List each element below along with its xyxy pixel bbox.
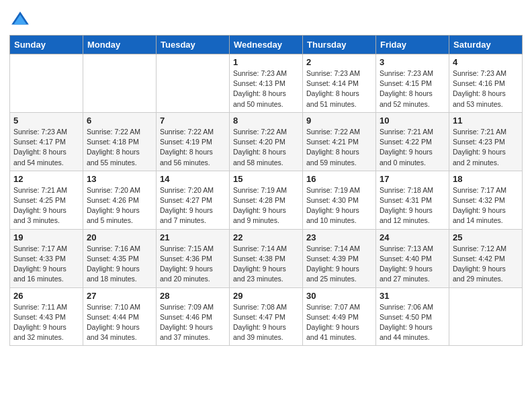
day-number: 7: [160, 116, 226, 126]
day-number: 13: [87, 174, 152, 184]
day-number: 16: [306, 174, 372, 184]
calendar-cell: 27Sunrise: 7:10 AMSunset: 4:44 PMDayligh…: [83, 287, 157, 346]
day-number: 30: [306, 291, 372, 301]
day-info: Sunrise: 7:20 AMSunset: 4:27 PMDaylight:…: [160, 185, 226, 226]
calendar-cell: 21Sunrise: 7:15 AMSunset: 4:36 PMDayligh…: [157, 229, 230, 287]
day-info: Sunrise: 7:23 AMSunset: 4:15 PMDaylight:…: [380, 68, 445, 109]
day-info: Sunrise: 7:23 AMSunset: 4:14 PMDaylight:…: [306, 68, 372, 109]
day-info: Sunrise: 7:10 AMSunset: 4:44 PMDaylight:…: [87, 302, 152, 343]
calendar-cell: 12Sunrise: 7:21 AMSunset: 4:25 PMDayligh…: [10, 171, 83, 229]
day-number: 11: [453, 116, 519, 126]
day-number: 12: [13, 174, 79, 184]
header: [9, 7, 523, 31]
day-number: 8: [233, 116, 299, 126]
calendar-cell: 19Sunrise: 7:17 AMSunset: 4:33 PMDayligh…: [10, 229, 83, 287]
day-info: Sunrise: 7:14 AMSunset: 4:39 PMDaylight:…: [306, 244, 372, 285]
calendar-cell: [83, 54, 157, 113]
day-number: 15: [233, 174, 299, 184]
calendar-cell: 31Sunrise: 7:06 AMSunset: 4:50 PMDayligh…: [376, 287, 449, 346]
day-number: 22: [233, 232, 299, 242]
day-number: 27: [87, 291, 152, 301]
calendar-week-4: 26Sunrise: 7:11 AMSunset: 4:43 PMDayligh…: [10, 287, 523, 346]
calendar-header-wednesday: Wednesday: [230, 36, 303, 54]
logo: [9, 9, 34, 31]
calendar-cell: 1Sunrise: 7:23 AMSunset: 4:13 PMDaylight…: [230, 54, 303, 113]
day-info: Sunrise: 7:21 AMSunset: 4:23 PMDaylight:…: [453, 127, 519, 168]
calendar-cell: 28Sunrise: 7:09 AMSunset: 4:46 PMDayligh…: [157, 287, 230, 346]
day-number: 28: [160, 291, 226, 301]
calendar-cell: 2Sunrise: 7:23 AMSunset: 4:14 PMDaylight…: [303, 54, 376, 113]
day-number: 6: [87, 116, 152, 126]
day-number: 20: [87, 232, 152, 242]
day-number: 5: [13, 116, 79, 126]
calendar-cell: 23Sunrise: 7:14 AMSunset: 4:39 PMDayligh…: [303, 229, 376, 287]
day-info: Sunrise: 7:09 AMSunset: 4:46 PMDaylight:…: [160, 302, 226, 343]
day-info: Sunrise: 7:08 AMSunset: 4:47 PMDaylight:…: [233, 302, 299, 343]
day-info: Sunrise: 7:21 AMSunset: 4:22 PMDaylight:…: [380, 127, 445, 168]
calendar-cell: [449, 287, 523, 346]
calendar-cell: 11Sunrise: 7:21 AMSunset: 4:23 PMDayligh…: [449, 112, 523, 171]
day-info: Sunrise: 7:20 AMSunset: 4:26 PMDaylight:…: [87, 185, 152, 226]
calendar-cell: 22Sunrise: 7:14 AMSunset: 4:38 PMDayligh…: [230, 229, 303, 287]
calendar-cell: 8Sunrise: 7:22 AMSunset: 4:20 PMDaylight…: [230, 112, 303, 171]
calendar-cell: 3Sunrise: 7:23 AMSunset: 4:15 PMDaylight…: [376, 54, 449, 113]
day-number: 9: [306, 116, 372, 126]
calendar-header-sunday: Sunday: [10, 36, 83, 54]
day-info: Sunrise: 7:23 AMSunset: 4:16 PMDaylight:…: [453, 68, 519, 109]
calendar-cell: 30Sunrise: 7:07 AMSunset: 4:49 PMDayligh…: [303, 287, 376, 346]
calendar-cell: [157, 54, 230, 113]
day-info: Sunrise: 7:16 AMSunset: 4:35 PMDaylight:…: [87, 244, 152, 285]
day-info: Sunrise: 7:23 AMSunset: 4:13 PMDaylight:…: [233, 68, 299, 109]
day-info: Sunrise: 7:22 AMSunset: 4:19 PMDaylight:…: [160, 127, 226, 168]
day-number: 29: [233, 291, 299, 301]
calendar-cell: 25Sunrise: 7:12 AMSunset: 4:42 PMDayligh…: [449, 229, 523, 287]
day-info: Sunrise: 7:17 AMSunset: 4:32 PMDaylight:…: [453, 185, 519, 226]
calendar-header-friday: Friday: [376, 36, 449, 54]
day-info: Sunrise: 7:19 AMSunset: 4:28 PMDaylight:…: [233, 185, 299, 226]
calendar-week-3: 19Sunrise: 7:17 AMSunset: 4:33 PMDayligh…: [10, 229, 523, 287]
calendar-cell: [10, 54, 83, 113]
day-number: 25: [453, 232, 519, 242]
calendar-cell: 16Sunrise: 7:19 AMSunset: 4:30 PMDayligh…: [303, 171, 376, 229]
day-info: Sunrise: 7:12 AMSunset: 4:42 PMDaylight:…: [453, 244, 519, 285]
day-info: Sunrise: 7:06 AMSunset: 4:50 PMDaylight:…: [380, 302, 445, 343]
day-number: 23: [306, 232, 372, 242]
day-number: 1: [233, 57, 299, 67]
calendar-header-row: SundayMondayTuesdayWednesdayThursdayFrid…: [10, 36, 523, 54]
calendar-cell: 9Sunrise: 7:22 AMSunset: 4:21 PMDaylight…: [303, 112, 376, 171]
day-info: Sunrise: 7:07 AMSunset: 4:49 PMDaylight:…: [306, 302, 372, 343]
day-number: 14: [160, 174, 226, 184]
calendar-header-tuesday: Tuesday: [157, 36, 230, 54]
page: SundayMondayTuesdayWednesdayThursdayFrid…: [0, 0, 532, 353]
calendar-header-thursday: Thursday: [303, 36, 376, 54]
calendar-cell: 29Sunrise: 7:08 AMSunset: 4:47 PMDayligh…: [230, 287, 303, 346]
calendar-week-1: 5Sunrise: 7:23 AMSunset: 4:17 PMDaylight…: [10, 112, 523, 171]
calendar-cell: 14Sunrise: 7:20 AMSunset: 4:27 PMDayligh…: [157, 171, 230, 229]
day-number: 31: [380, 291, 445, 301]
calendar-cell: 26Sunrise: 7:11 AMSunset: 4:43 PMDayligh…: [10, 287, 83, 346]
day-info: Sunrise: 7:22 AMSunset: 4:18 PMDaylight:…: [87, 127, 152, 168]
day-number: 10: [380, 116, 445, 126]
day-info: Sunrise: 7:19 AMSunset: 4:30 PMDaylight:…: [306, 185, 372, 226]
calendar: SundayMondayTuesdayWednesdayThursdayFrid…: [9, 35, 523, 346]
logo-icon: [9, 9, 31, 31]
day-number: 19: [13, 232, 79, 242]
day-number: 4: [453, 57, 519, 67]
day-info: Sunrise: 7:22 AMSunset: 4:20 PMDaylight:…: [233, 127, 299, 168]
calendar-cell: 15Sunrise: 7:19 AMSunset: 4:28 PMDayligh…: [230, 171, 303, 229]
calendar-cell: 18Sunrise: 7:17 AMSunset: 4:32 PMDayligh…: [449, 171, 523, 229]
day-info: Sunrise: 7:22 AMSunset: 4:21 PMDaylight:…: [306, 127, 372, 168]
calendar-cell: 24Sunrise: 7:13 AMSunset: 4:40 PMDayligh…: [376, 229, 449, 287]
day-number: 3: [380, 57, 445, 67]
calendar-cell: 10Sunrise: 7:21 AMSunset: 4:22 PMDayligh…: [376, 112, 449, 171]
day-number: 2: [306, 57, 372, 67]
calendar-week-0: 1Sunrise: 7:23 AMSunset: 4:13 PMDaylight…: [10, 54, 523, 113]
calendar-header-saturday: Saturday: [449, 36, 523, 54]
day-number: 17: [380, 174, 445, 184]
calendar-cell: 7Sunrise: 7:22 AMSunset: 4:19 PMDaylight…: [157, 112, 230, 171]
calendar-cell: 20Sunrise: 7:16 AMSunset: 4:35 PMDayligh…: [83, 229, 157, 287]
day-info: Sunrise: 7:21 AMSunset: 4:25 PMDaylight:…: [13, 185, 79, 226]
calendar-cell: 4Sunrise: 7:23 AMSunset: 4:16 PMDaylight…: [449, 54, 523, 113]
day-info: Sunrise: 7:11 AMSunset: 4:43 PMDaylight:…: [13, 302, 79, 343]
calendar-week-2: 12Sunrise: 7:21 AMSunset: 4:25 PMDayligh…: [10, 171, 523, 229]
